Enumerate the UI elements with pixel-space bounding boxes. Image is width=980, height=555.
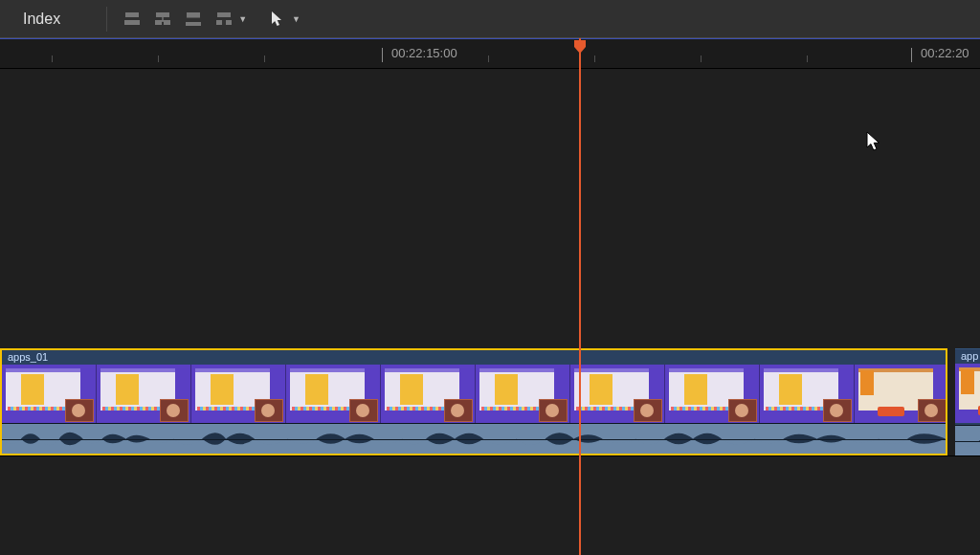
svg-rect-2 (156, 12, 169, 17)
svg-rect-10 (222, 20, 226, 25)
clip-audio-waveform (955, 425, 980, 455)
index-button[interactable]: Index (6, 7, 97, 32)
append-clip-button[interactable] (182, 10, 205, 29)
clip-thumbnail-strip (955, 364, 980, 423)
timeline-clip[interactable]: apps_01 (0, 348, 947, 455)
timeline-ruler[interactable]: 00:22:15:00 00:22:20 (0, 38, 980, 69)
svg-rect-1 (124, 20, 140, 25)
select-tool-button[interactable] (266, 10, 289, 29)
ruler-minor-tick (52, 56, 53, 62)
insert-clip-button[interactable] (151, 10, 174, 29)
clip-title-bar (2, 350, 946, 365)
clip-thumbnail-strip (2, 365, 946, 424)
lane-divider (0, 455, 980, 456)
ruler-tick: 00:22:15:00 (391, 46, 457, 60)
toolbar-divider (106, 7, 107, 32)
svg-rect-4 (164, 20, 170, 25)
chevron-down-icon[interactable]: ▼ (292, 14, 301, 24)
svg-marker-11 (574, 40, 586, 54)
timeline-clip[interactable]: app (955, 348, 980, 455)
svg-rect-8 (217, 12, 231, 17)
ruler-minor-tick (264, 56, 265, 62)
ruler-minor-tick (701, 56, 702, 62)
timeline-area[interactable]: apps_01 app (0, 69, 980, 555)
ruler-minor-tick (594, 56, 595, 62)
svg-rect-7 (187, 17, 200, 18)
connect-clip-button[interactable] (121, 10, 144, 29)
chevron-down-icon[interactable]: ▼ (238, 14, 247, 24)
svg-rect-3 (155, 20, 162, 25)
svg-rect-6 (186, 22, 201, 26)
clip-label: app (961, 350, 978, 362)
svg-rect-5 (187, 12, 200, 17)
overwrite-clip-button[interactable] (212, 10, 235, 29)
ruler-tick: 00:22:20 (921, 46, 969, 60)
ruler-minor-tick (488, 56, 489, 62)
cursor-icon (866, 131, 885, 150)
clip-audio-waveform (2, 423, 946, 454)
ruler-minor-tick (158, 56, 159, 62)
toolbar: Index ▼ ▼ (0, 0, 980, 38)
clip-label: apps_01 (8, 351, 48, 363)
playhead-line[interactable] (579, 38, 581, 555)
svg-rect-0 (125, 12, 139, 17)
ruler-minor-tick (807, 56, 808, 62)
playhead-handle[interactable] (573, 39, 587, 55)
